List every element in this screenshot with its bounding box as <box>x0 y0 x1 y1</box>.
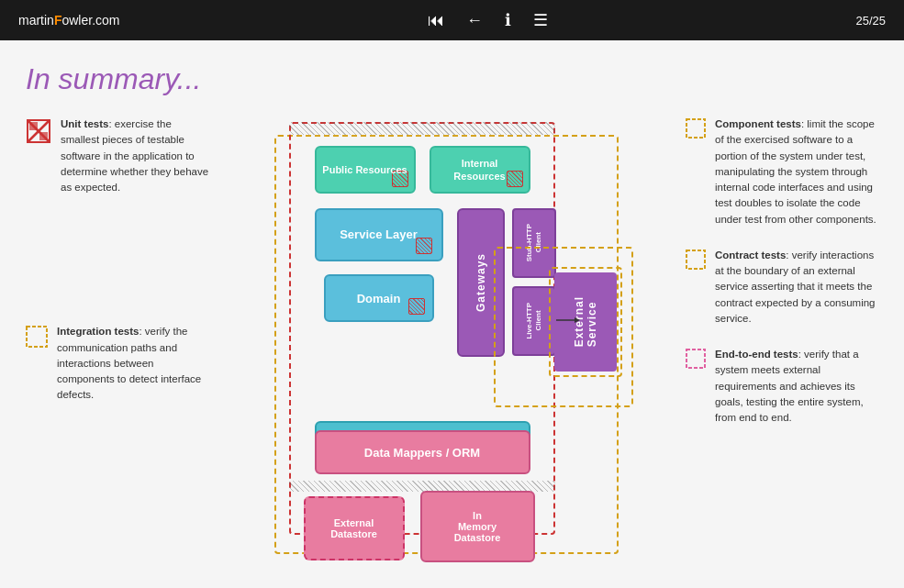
data-mappers-box: Data Mappers / ORM <box>315 430 530 474</box>
contract-test-icon <box>686 250 706 270</box>
hatch-top <box>289 122 555 135</box>
service-layer-hatch <box>416 238 432 254</box>
domain-label: Domain <box>357 292 401 305</box>
unit-tests-text: Unit tests: exercise the smallest pieces… <box>61 116 209 195</box>
data-mappers-label: Data Mappers / ORM <box>364 446 480 460</box>
external-datastore-label: ExternalDatastore <box>330 517 377 539</box>
memory-datastore-box: InMemoryDatastore <box>420 491 535 562</box>
external-datastore-box: ExternalDatastore <box>304 496 405 560</box>
component-tests-label: Component tests <box>715 118 801 129</box>
e2e-test-icon <box>686 349 706 369</box>
domain-box: Domain <box>324 274 434 322</box>
main-content: In summary... Unit tests: exercise the s… <box>0 40 904 588</box>
public-resources-label: Public Resources <box>318 160 410 180</box>
svg-rect-8 <box>686 119 705 138</box>
page-title: In summary... <box>26 62 878 96</box>
page-indicator: 25/25 <box>855 14 886 28</box>
content-area: Unit tests: exercise the smallest pieces… <box>26 113 878 573</box>
component-tests-item: Component tests: limit the scope of the … <box>686 116 878 227</box>
e2e-tests-item: End-to-end tests: verify that a system m… <box>686 347 878 426</box>
menu-icon[interactable]: ☰ <box>533 10 548 30</box>
integration-tests-item: Integration tests: verify the communicat… <box>26 324 209 403</box>
svg-rect-10 <box>686 349 705 368</box>
domain-hatch-icon <box>408 298 425 315</box>
skip-start-icon[interactable]: ⏮ <box>428 11 444 30</box>
unit-tests-desc: : exercise the smallest pieces of testab… <box>61 118 208 193</box>
component-tests-text: Component tests: limit the scope of the … <box>715 116 878 227</box>
center-diagram: Public Resources Internal Resources Serv… <box>220 113 675 573</box>
topbar: martinFowler.com ⏮ ← ℹ ☰ 25/25 <box>0 0 904 40</box>
svg-rect-5 <box>27 327 47 347</box>
integration-tests-text: Integration tests: verify the communicat… <box>57 324 209 403</box>
info-icon[interactable]: ℹ <box>505 10 511 30</box>
arrow-live-ext <box>556 316 584 325</box>
nav-icons: ⏮ ← ℹ ☰ <box>428 10 548 30</box>
right-column: Component tests: limit the scope of the … <box>686 113 878 573</box>
logo-rest: owler.com <box>61 13 119 28</box>
diagram-container: Public Resources Internal Resources Serv… <box>269 118 627 568</box>
logo: martinFowler.com <box>18 13 120 28</box>
memory-datastore-label: InMemoryDatastore <box>454 510 501 543</box>
public-resources-box: Public Resources <box>315 146 416 194</box>
integration-test-icon <box>26 326 48 348</box>
unit-test-icon <box>26 118 51 144</box>
gateways-label: Gateways <box>474 253 487 312</box>
e2e-tests-desc: : verify that a system meets external re… <box>715 349 864 423</box>
unit-tests-label: Unit tests <box>61 118 108 129</box>
svg-rect-3 <box>29 122 38 130</box>
e2e-tests-text: End-to-end tests: verify that a system m… <box>715 347 878 426</box>
left-column: Unit tests: exercise the smallest pieces… <box>26 113 209 573</box>
back-icon[interactable]: ← <box>466 11 483 30</box>
integration-tests-label: Integration tests <box>57 326 139 337</box>
integration-tests-desc: : verify the communication paths and int… <box>57 326 201 400</box>
svg-marker-7 <box>575 317 580 323</box>
svg-rect-9 <box>686 250 705 269</box>
contract-tests-text: Contract tests: verify interactions at t… <box>715 248 878 327</box>
component-tests-desc: : limit the scope of the exercised softw… <box>715 118 876 225</box>
service-layer-label: Service Layer <box>340 227 418 243</box>
e2e-tests-label: End-to-end tests <box>715 349 798 360</box>
internal-resources-box: Internal Resources <box>430 146 530 194</box>
component-test-icon <box>686 118 706 139</box>
internal-resources-label: Internal Resources <box>431 153 529 187</box>
svg-rect-4 <box>39 132 48 140</box>
contract-tests-label: Contract tests <box>715 250 786 261</box>
unit-tests-item: Unit tests: exercise the smallest pieces… <box>26 116 209 195</box>
contract-tests-item: Contract tests: verify interactions at t… <box>686 248 878 327</box>
service-layer-box: Service Layer <box>315 208 443 261</box>
